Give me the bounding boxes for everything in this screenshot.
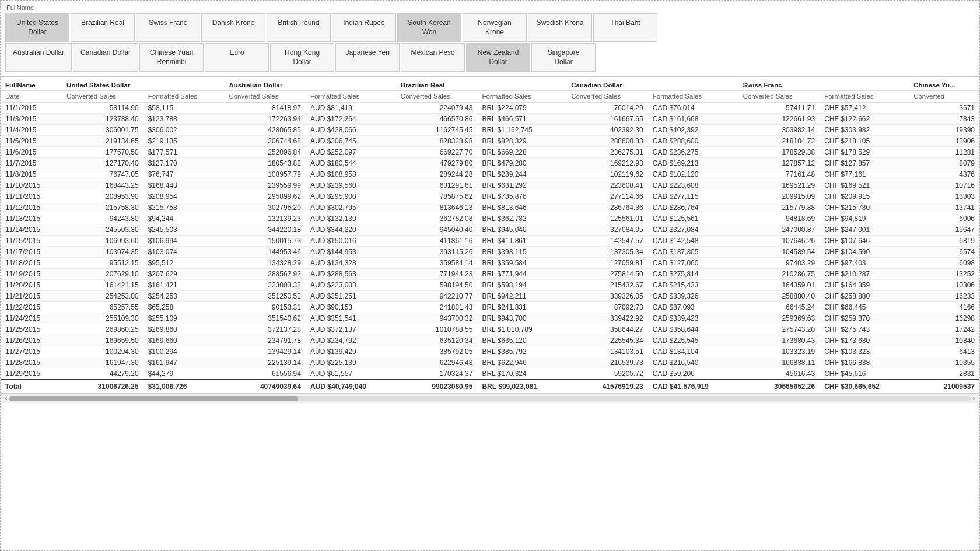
total-cell-0: Total [1,380,62,393]
cell-5-8: CAD $169,213 [648,158,738,169]
cell-21-9: 173680.43 [738,335,820,346]
cell-2-0: 11/4/2015 [1,125,62,136]
cell-9-2: $215,758 [144,202,225,213]
cell-14-7: 127059.81 [566,258,648,269]
currency-cell-1-6[interactable]: Mexican Peso [401,43,465,72]
cell-9-4: AUD $302,795 [306,202,396,213]
cell-2-8: CAD $402,392 [648,125,738,136]
currency-cell-0-8[interactable]: Swedish Krona [528,13,592,42]
cell-7-11: 10716 [909,180,979,191]
cell-0-10: CHF $57,412 [820,103,909,114]
table-row: 11/17/2015103074.35$103,074144953.46AUD … [1,247,979,258]
currency-cell-0-9[interactable]: Thai Baht [593,13,657,42]
table-footer: Total31006726.25$31,006,72640749039.64AU… [1,380,979,393]
currency-cell-1-3[interactable]: Euro [205,43,269,72]
currency-cell-1-1[interactable]: Canadian Dollar [73,43,138,72]
cell-17-8: CAD $339,326 [648,291,738,302]
scroll-right-arrow[interactable]: › [971,395,977,402]
cell-15-10: CHF $210,287 [820,269,909,280]
cell-17-4: AUD $351,251 [306,291,396,302]
cell-17-6: BRL $942,211 [477,291,566,302]
table-row: 11/10/2015168443.25$168,443239559.99AUD … [1,180,979,191]
cell-16-4: AUD $223,003 [306,280,396,291]
cell-18-8: CAD $87,093 [648,302,738,313]
cell-15-7: 275814.50 [566,269,648,280]
cell-21-8: CAD $225,545 [648,335,738,346]
currency-cell-1-8[interactable]: Singapore Dollar [531,43,596,72]
cell-8-6: BRL $785,876 [477,191,566,202]
total-cell-10: CHF $30,665,652 [820,380,909,393]
cell-2-9: 303982.14 [738,125,820,136]
data-table: FullName United States Dollar Australian… [1,77,979,393]
cell-23-11: 10355 [909,357,979,368]
scroll-left-arrow[interactable]: ‹ [3,395,9,402]
cell-10-8: CAD $125,561 [648,213,738,224]
cell-18-0: 11/22/2015 [1,302,62,313]
cell-21-7: 225545.34 [566,335,648,346]
cell-6-6: BRL $289,244 [477,169,566,180]
cell-15-3: 288562.92 [224,269,306,280]
table-row: 11/19/2015207629.10$207,629288562.92AUD … [1,269,979,280]
col-chf-conv: Converted Sales [738,91,820,103]
currency-cell-1-4[interactable]: Hong Kong Dollar [270,43,334,72]
currency-cell-0-7[interactable]: Norwegian Krone [463,13,527,42]
currency-cell-0-2[interactable]: Swiss Franc [136,13,200,42]
scroll-track[interactable] [9,396,970,401]
currency-cell-0-1[interactable]: Brazilian Real [71,13,135,42]
cell-3-1: 219134.65 [62,136,144,147]
cell-10-1: 94243.80 [62,213,144,224]
cell-19-2: $255,109 [144,313,225,324]
cell-15-0: 11/19/2015 [1,269,62,280]
scroll-thumb[interactable] [9,396,298,401]
cell-5-3: 180543.82 [224,158,306,169]
cell-6-11: 4876 [909,169,979,180]
horizontal-scrollbar[interactable]: ‹ › [1,393,979,403]
currency-cell-0-4[interactable]: British Pound [267,13,331,42]
currency-cell-1-2[interactable]: Chinese Yuan Renminbi [139,43,204,72]
table-row: 11/20/2015161421.15$161,421223003.32AUD … [1,280,979,291]
cell-12-6: BRL $411,861 [477,236,566,247]
cell-11-3: 344220.18 [224,224,306,236]
cell-10-5: 362782.08 [396,213,478,224]
currency-cell-0-5[interactable]: Indian Rupee [332,13,396,42]
cell-23-1: 161947.30 [62,357,144,368]
data-table-wrapper[interactable]: FullName United States Dollar Australian… [1,77,979,393]
cell-7-1: 168443.25 [62,180,144,191]
total-cell-2: $31,006,726 [144,380,225,393]
cell-9-0: 11/12/2015 [1,202,62,213]
table-row: 11/3/2015123788.40$123,788172263.94AUD $… [1,114,979,125]
cell-10-10: CHF $94,819 [820,213,909,224]
field-selector-label: FullName [5,3,975,13]
currency-cell-0-3[interactable]: Danish Krone [201,13,265,42]
currency-cell-0-6[interactable]: South Korean Won [397,13,461,42]
total-cell-8: CAD $41,576,919 [648,380,738,393]
table-row: 11/4/2015306001.75$306,002428065.85AUD $… [1,125,979,136]
cell-15-2: $207,629 [144,269,225,280]
total-cell-11: 21009537 [909,380,979,393]
cell-13-3: 144953.46 [224,247,306,258]
cell-17-2: $254,253 [144,291,225,302]
currency-cell-1-7[interactable]: New Zealand Dollar [466,43,530,72]
currency-cell-0-0[interactable]: United States Dollar [5,13,69,42]
cell-23-3: 225139.14 [224,357,306,368]
cell-19-11: 16298 [909,313,979,324]
currency-cell-1-5[interactable]: Japanese Yen [335,43,400,72]
currency-cell-1-0[interactable]: Australian Dollar [5,43,72,72]
cell-8-4: AUD $295,900 [306,191,396,202]
cell-13-11: 6574 [909,247,979,258]
cell-13-9: 104589.54 [738,247,820,258]
table-row: 11/12/2015215758.30$215,758302795.20AUD … [1,202,979,213]
cell-8-9: 209915.09 [738,191,820,202]
cell-18-4: AUD $90,153 [306,302,396,313]
cell-9-11: 13741 [909,202,979,213]
table-row: 11/7/2015127170.40$127,170180543.82AUD $… [1,158,979,169]
cell-8-3: 295899.62 [224,191,306,202]
table-row: 11/29/201544279.20$44,27961556.94AUD $61… [1,368,979,380]
cell-4-1: 177570.50 [62,147,144,158]
col-fullname: FullName [1,77,62,91]
cell-1-9: 122661.93 [738,114,820,125]
cell-2-10: CHF $303,982 [820,125,909,136]
cell-12-1: 106993.60 [62,236,144,247]
cell-0-11: 3671 [909,103,979,114]
cell-20-1: 269860.25 [62,324,144,335]
